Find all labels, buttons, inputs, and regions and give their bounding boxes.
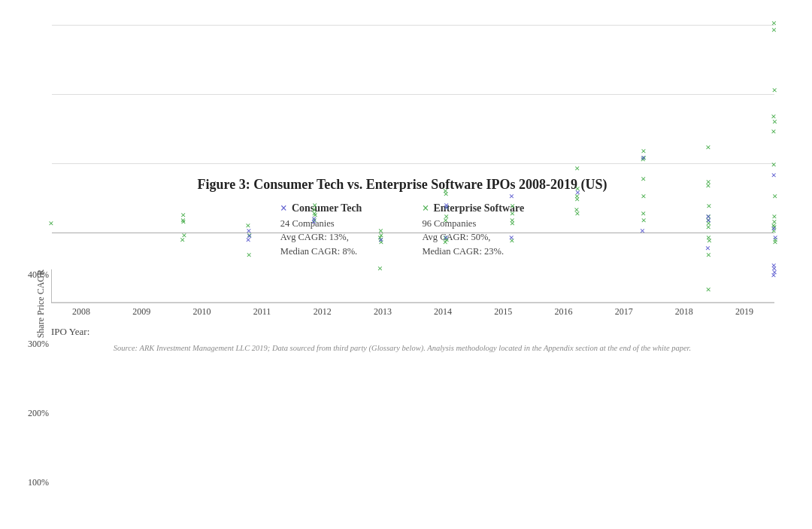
chart-area: Share Price CAGR 400%300%200%100%0%-100%…: [30, 269, 774, 338]
enterprise-data-point: ×: [48, 218, 53, 228]
chart-container: Figure 3: Consumer Tech vs. Enterprise S…: [15, 162, 797, 368]
consumer-data-point: ×: [771, 260, 777, 269]
enterprise-data-point: ×: [443, 186, 448, 196]
gridline: [52, 302, 774, 303]
x-axis-year: 2011: [232, 306, 292, 318]
enterprise-data-point: ×: [771, 24, 777, 34]
x-axis-prefix: IPO Year:: [51, 326, 89, 338]
enterprise-data-point: ×: [312, 199, 317, 209]
consumer-data-point: ×: [705, 242, 710, 252]
legend-consumer: × Consumer Tech 24 Companies Avg CAGR: 1…: [280, 202, 362, 259]
x-axis-year: 2013: [353, 306, 413, 318]
gridline: [52, 25, 774, 26]
plot-area: 400%300%200%100%0%-100%×××××××××××××××××…: [51, 269, 774, 303]
x-axis-year: 2012: [292, 306, 353, 318]
source-text: Source: ARK Investment Management LLC 20…: [30, 344, 774, 352]
x-axis-year: 2019: [714, 306, 774, 318]
enterprise-data-point: ×: [574, 205, 579, 214]
y-tick-label: 100%: [14, 476, 49, 488]
consumer-data-point: ×: [378, 234, 383, 244]
y-tick-label: 400%: [14, 269, 49, 280]
y-tick-label: 300%: [14, 338, 49, 349]
legend: × Consumer Tech 24 Companies Avg CAGR: 1…: [30, 202, 774, 259]
consumer-data-point: ×: [641, 153, 646, 163]
enterprise-data-point: ×: [772, 190, 777, 200]
chart-title: Figure 3: Consumer Tech vs. Enterprise S…: [30, 177, 774, 193]
y-tick-label: 200%: [14, 407, 49, 418]
consumer-data-point: ×: [771, 170, 777, 180]
consumer-companies: 24 Companies: [280, 218, 335, 229]
consumer-label: Consumer Tech: [292, 202, 362, 214]
consumer-data-point: ×: [444, 199, 449, 209]
x-axis-year: 2018: [654, 306, 714, 318]
gridline: [52, 233, 774, 233]
chart-inner: 400%300%200%100%0%-100%×××××××××××××××××…: [51, 269, 774, 338]
x-axis-year: 2014: [413, 306, 473, 318]
enterprise-data-point: ×: [705, 177, 710, 187]
enterprise-avg-cagr: Avg CAGR: 50%,: [422, 232, 490, 242]
enterprise-data-point: ×: [180, 216, 186, 226]
enterprise-data-point: ×: [641, 173, 646, 183]
enterprise-data-point: ×: [180, 234, 185, 244]
enterprise-data-point: ×: [510, 208, 515, 217]
x-axis-year: 2017: [594, 306, 654, 318]
x-axis-year: 2008: [51, 306, 111, 318]
enterprise-data-point: ×: [377, 263, 383, 273]
consumer-data-point: ×: [508, 232, 514, 242]
enterprise-data-point: ×: [771, 84, 777, 94]
consumer-data-point: ×: [575, 187, 580, 197]
enterprise-data-point: ×: [705, 142, 710, 152]
x-axis-year: 2010: [171, 306, 232, 318]
consumer-data-point: ×: [705, 211, 710, 221]
consumer-data-point: ×: [640, 225, 645, 235]
consumer-data-point: ×: [246, 225, 251, 235]
enterprise-data-point: ×: [771, 160, 777, 169]
enterprise-symbol: ×: [422, 202, 429, 215]
consumer-data-point: ×: [443, 232, 448, 242]
consumer-median-cagr: Median CAGR: 8%.: [280, 246, 357, 257]
consumer-data-point: ×: [771, 270, 776, 280]
consumer-data-point: ×: [509, 190, 514, 200]
enterprise-data-point: ×: [247, 249, 252, 259]
enterprise-data-point: ×: [771, 126, 776, 136]
x-axis-labels: 2008200920102011201220132014201520162017…: [51, 303, 774, 318]
consumer-symbol: ×: [280, 202, 287, 215]
enterprise-data-point: ×: [641, 214, 647, 224]
enterprise-median-cagr: Median CAGR: 23%.: [422, 246, 504, 257]
x-axis-year: 2016: [533, 306, 593, 318]
consumer-data-point: ×: [772, 232, 777, 242]
consumer-avg-cagr: Avg CAGR: 13%,: [280, 232, 349, 242]
gridline: [52, 163, 774, 164]
enterprise-data-point: ×: [706, 201, 711, 211]
gridline: [52, 94, 774, 95]
enterprise-data-point: ×: [641, 190, 646, 200]
x-axis-year: 2009: [111, 306, 171, 318]
consumer-data-point: ×: [311, 214, 317, 223]
enterprise-data-point: ×: [705, 284, 710, 293]
enterprise-data-point: ×: [574, 163, 580, 172]
x-axis-year: 2015: [473, 306, 533, 318]
